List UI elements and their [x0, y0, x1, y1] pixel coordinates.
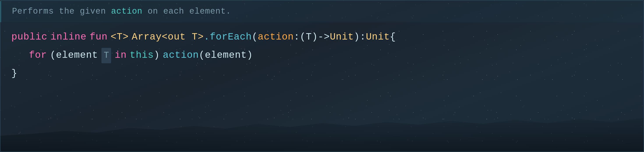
brace-close: }: [12, 65, 17, 82]
param-name: action: [258, 29, 294, 45]
type-badge-T: T: [102, 48, 111, 63]
doc-comment-block: Performs the given action on each elemen…: [0, 1, 644, 22]
return-type1: Unit: [330, 29, 354, 45]
generic-out: <out T>: [162, 29, 204, 45]
type-param: <T>: [110, 29, 128, 45]
call-args: (element): [199, 47, 253, 63]
kw-inline: inline: [50, 29, 86, 45]
arrow: ->: [318, 29, 330, 45]
return-type2: Unit: [366, 29, 390, 45]
method-action: action: [163, 47, 199, 63]
class-name: Array: [132, 29, 162, 45]
param-type-open: (T): [300, 29, 318, 45]
paren-open: (: [252, 29, 258, 45]
kw-public: public: [12, 29, 47, 45]
kw-for: for: [29, 47, 47, 63]
paren-open-element: (element: [50, 47, 98, 63]
code-container: Performs the given action on each elemen…: [0, 0, 644, 152]
code-block: public inline fun <T> Array <out T> .for…: [0, 22, 644, 88]
brace-open: {: [390, 29, 396, 45]
code-line-3: }: [12, 65, 632, 82]
colon2: :: [360, 29, 366, 45]
code-line-1: public inline fun <T> Array <out T> .for…: [12, 29, 632, 45]
code-line-2: for (element T in this ) action (element…: [12, 47, 632, 63]
paren-close: ): [354, 29, 360, 45]
colon1: :: [294, 29, 300, 45]
kw-fun: fun: [90, 29, 108, 45]
kw-this: this: [130, 47, 154, 63]
doc-comment-keyword: action: [111, 7, 142, 16]
doc-comment-text-before: Performs the given: [12, 7, 111, 16]
method-name: .forEach: [204, 29, 252, 45]
kw-in: in: [114, 47, 126, 63]
paren-close-for: ): [154, 47, 160, 63]
doc-comment-text-after: on each element.: [142, 7, 231, 16]
